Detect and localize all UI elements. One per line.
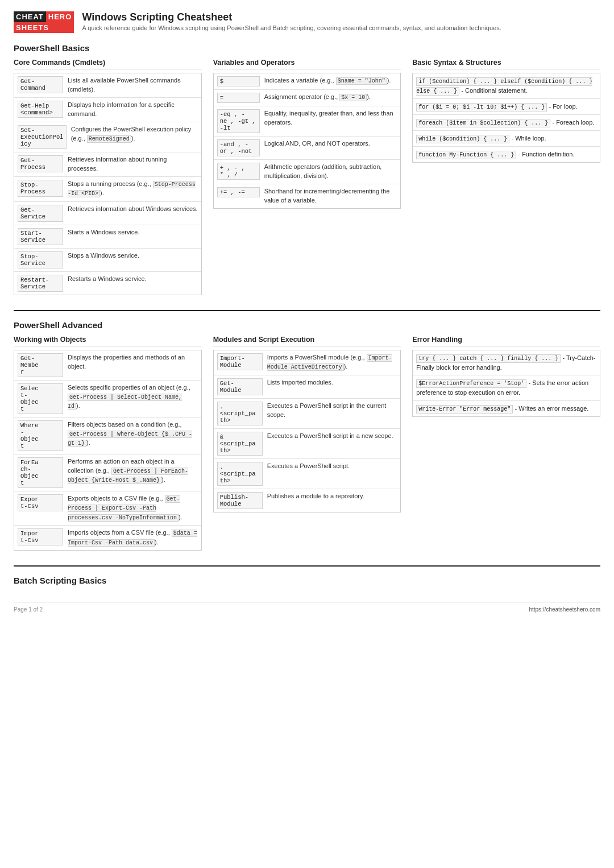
desc-cell: Stops a Windows service. — [68, 251, 198, 268]
error-handling-col: Error Handling try { ... } catch { ... }… — [412, 336, 600, 558]
cmd-cell: Import-Module — [217, 353, 263, 370]
op-cell: -eq , -ne , -gt ,-lt — [217, 109, 260, 133]
op-cell: -and , -or , -not — [217, 139, 260, 156]
powershell-advanced-cols: Working with Objects Get-Member Displays… — [14, 336, 600, 558]
table-row: .<script_path> Executes a PowerShell scr… — [214, 399, 401, 429]
powershell-basics-title: PowerShell Basics — [14, 43, 600, 53]
op-cell: + , - ,* , / — [217, 163, 260, 180]
modules-table: Import-Module Imports a PowerShell modul… — [213, 350, 401, 512]
variables-operators-title: Variables and Operators — [213, 59, 401, 69]
table-row: .<script_path> Executes a PowerShell scr… — [214, 459, 401, 489]
cmd-cell: Set-ExecutionPolicy — [18, 125, 67, 149]
desc-cell: Executes a PowerShell script in a new sc… — [267, 432, 397, 456]
page-footer: Page 1 of 2 https://cheatsheetshero.com — [14, 602, 600, 613]
batch-divider — [14, 565, 600, 567]
table-row: &<script_path> Executes a PowerShell scr… — [214, 429, 401, 459]
core-commands-table: Get-Command Lists all available PowerShe… — [14, 73, 202, 295]
table-row: Select-Object Selects specific propertie… — [14, 381, 201, 418]
table-row: += , -= Shorthand for incrementing/decre… — [214, 184, 401, 208]
table-row: while ($condition) { ... } - While loop. — [413, 131, 600, 147]
table-row: Import-Module Imports a PowerShell modul… — [214, 350, 401, 375]
table-row: Get-Process Retrieves information about … — [14, 152, 201, 177]
cmd-cell: Select-Object — [18, 383, 63, 414]
logo-hero: HERO — [46, 11, 74, 22]
syntax-code: for ($i = 0; $i -lt 10; $i++) { ... } — [416, 103, 547, 111]
cmd-cell: Stop-Service — [18, 251, 63, 268]
desc-cell: Equality, inequality, greater than, and … — [264, 109, 397, 133]
cmd-cell: Get-Process — [18, 155, 63, 172]
table-row: Stop-Process Stops a running process (e.… — [14, 177, 201, 202]
table-row: Get-Help<command> Displays help informat… — [14, 98, 201, 122]
desc-cell: Lists all available PowerShell commands … — [68, 76, 198, 94]
logo-cheat: CHEAT — [14, 11, 46, 22]
syntax-code: while ($condition) { ... } — [416, 135, 509, 143]
page-subtitle: A quick reference guide for Windows scri… — [82, 24, 501, 31]
desc-cell: Stops a running process (e.g., Stop-Proc… — [68, 180, 198, 199]
modules-title: Modules and Script Execution — [213, 336, 401, 346]
desc-cell: Assignment operator (e.g., $x = 10). — [264, 93, 397, 103]
desc-cell: Retrieves information about Windows serv… — [68, 205, 198, 222]
variables-operators-table: $ Indicates a variable (e.g., $name = "J… — [213, 73, 401, 209]
table-row: try { ... } catch { ... } finally { ... … — [413, 350, 600, 376]
logo-sheets: SHEETS — [14, 22, 74, 33]
page-header: CHEAT HERO SHEETS Windows Scripting Chea… — [14, 11, 600, 33]
syntax-code: Write-Error "Error message" — [416, 405, 513, 414]
basic-syntax-col: Basic Syntax & Structures if ($condition… — [412, 59, 600, 302]
table-row: Write-Error "Error message" - Writes an … — [413, 401, 600, 416]
desc-cell: Lists imported modules. — [267, 378, 397, 395]
table-row: = Assignment operator (e.g., $x = 10). — [214, 90, 401, 106]
table-row: if ($condition) { ... } elseif ($conditi… — [413, 73, 600, 99]
op-cell: = — [217, 93, 260, 103]
cmd-cell: Export-Csv — [18, 494, 63, 511]
desc-cell: Executes a PowerShell script. — [267, 462, 397, 486]
syntax-code: try { ... } catch { ... } finally { ... … — [416, 354, 561, 363]
syntax-code: if ($condition) { ... } elseif ($conditi… — [416, 77, 592, 96]
cmd-cell: Get-Service — [18, 205, 63, 222]
working-objects-title: Working with Objects — [14, 336, 202, 346]
table-row: Get-Command Lists all available PowerShe… — [14, 73, 201, 98]
desc-cell: Performs an action on each object in a c… — [68, 457, 198, 488]
cmd-cell: Publish-Module — [217, 492, 263, 509]
table-row: Import-Csv Imports objects from a CSV fi… — [14, 526, 201, 550]
core-commands-col: Core Commands (Cmdlets) Get-Command List… — [14, 59, 202, 302]
cmd-cell: ForEach-Object — [18, 457, 63, 488]
batch-basics-title: Batch Scripting Basics — [14, 576, 600, 585]
desc-cell: Restarts a Windows service. — [68, 275, 198, 292]
table-row: Get-Member Displays the properties and m… — [14, 350, 201, 381]
footer-url[interactable]: https://cheatsheetshero.com — [529, 606, 600, 613]
error-handling-title: Error Handling — [412, 336, 600, 346]
logo: CHEAT HERO SHEETS — [14, 11, 74, 33]
cmd-cell: Get-Command — [18, 76, 63, 93]
basic-syntax-title: Basic Syntax & Structures — [412, 59, 600, 69]
working-objects-table: Get-Member Displays the properties and m… — [14, 350, 202, 551]
table-row: Get-Module Lists imported modules. — [214, 375, 401, 399]
cmd-cell: .<script_path> — [217, 402, 263, 425]
table-row: Restart-Service Restarts a Windows servi… — [14, 272, 201, 295]
table-row: Set-ExecutionPolicy Configures the Power… — [14, 122, 201, 152]
cmd-cell: Start-Service — [18, 228, 63, 245]
table-row: Where-Object Filters objects based on a … — [14, 418, 201, 454]
desc-cell: Indicates a variable (e.g., $name = "Joh… — [264, 76, 397, 86]
variables-operators-col: Variables and Operators $ Indicates a va… — [213, 59, 401, 302]
desc-cell: Configures the PowerShell execution poli… — [71, 125, 198, 149]
cmd-cell: Where-Object — [18, 420, 63, 451]
table-row: for ($i = 0; $i -lt 10; $i++) { ... } - … — [413, 99, 600, 115]
cmd-cell: Get-Member — [18, 353, 63, 377]
desc-cell: Selects specific properties of an object… — [68, 383, 198, 414]
section-divider — [14, 310, 600, 311]
powershell-basics-cols: Core Commands (Cmdlets) Get-Command List… — [14, 59, 600, 302]
desc-cell: Logical AND, OR, and NOT operators. — [264, 139, 397, 156]
table-row: $ErrorActionPreference = 'Stop' - Sets t… — [413, 375, 600, 401]
desc-cell: Displays help information for a specific… — [68, 101, 198, 119]
working-objects-col: Working with Objects Get-Member Displays… — [14, 336, 202, 558]
page-number: Page 1 of 2 — [14, 606, 43, 613]
table-row: Publish-Module Publishes a module to a r… — [214, 489, 401, 512]
desc-cell: Imports a PowerShell module (e.g., Impor… — [267, 353, 397, 372]
powershell-advanced-title: PowerShell Advanced — [14, 320, 600, 330]
op-cell: $ — [217, 76, 260, 86]
cmd-cell: Import-Csv — [18, 528, 63, 545]
desc-cell: Shorthand for incrementing/decrementing … — [264, 187, 397, 205]
desc-cell: Exports objects to a CSV file (e.g., Get… — [68, 494, 198, 523]
desc-cell: Starts a Windows service. — [68, 228, 198, 245]
header-text: Windows Scripting Cheatsheet A quick ref… — [82, 11, 501, 31]
